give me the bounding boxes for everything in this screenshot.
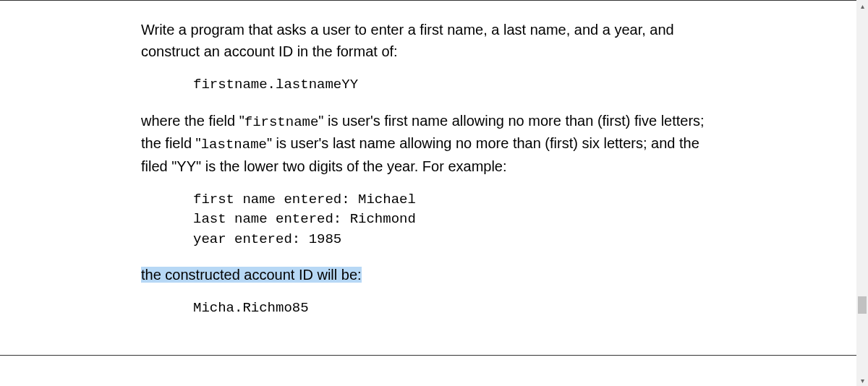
code-line: firstname.lastnameYY [193,75,727,95]
triangle-down-icon: ▾ [861,377,864,385]
code-line: year entered: 1985 [193,230,727,250]
inline-code: lastname [201,137,267,153]
vertical-scrollbar[interactable]: ▴ ▾ [856,0,868,386]
code-block-example-input: first name entered: Michael last name en… [193,190,727,250]
scroll-up-button[interactable]: ▴ [856,0,868,12]
text: where the field " [141,113,244,129]
triangle-up-icon: ▴ [861,2,864,10]
text: Write a program that asks a user to ente… [141,22,674,59]
inline-code: firstname [244,114,319,130]
code-line: last name entered: Richmond [193,210,727,230]
document-page: Write a program that asks a user to ente… [0,0,868,356]
scroll-down-button[interactable]: ▾ [856,374,868,386]
paragraph-result-label: the constructed account ID will be: [141,264,727,286]
code-block-example-output: Micha.Richmo85 [193,299,727,319]
paragraph-description: where the field "firstname" is user's fi… [141,110,727,177]
paragraph-intro: Write a program that asks a user to ente… [141,19,727,62]
highlighted-text: the constructed account ID will be: [141,267,362,283]
scroll-thumb[interactable] [858,296,867,314]
code-line: Micha.Richmo85 [193,299,727,319]
code-block-format: firstname.lastnameYY [193,75,727,95]
code-line: first name entered: Michael [193,190,727,210]
